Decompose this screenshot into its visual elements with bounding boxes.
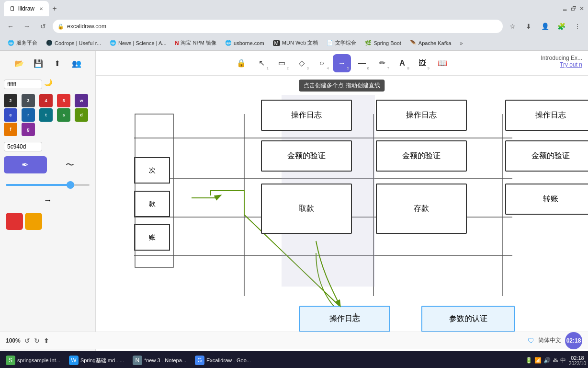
refresh-btn[interactable]: ↺ <box>36 20 50 33</box>
color-swatch-6[interactable]: e <box>4 108 17 122</box>
profile-btn[interactable]: 👤 <box>538 20 552 33</box>
col1-action-box: 取款 <box>261 184 352 234</box>
col2-action-label: 存款 <box>414 204 429 214</box>
stroke-color-input[interactable] <box>4 142 42 151</box>
color-swatch-4[interactable]: 5 <box>57 94 70 107</box>
primary-color-btn[interactable] <box>6 213 23 230</box>
undo-btn[interactable]: ↺ <box>24 337 30 345</box>
save-file-btn[interactable]: 💾 <box>30 55 47 72</box>
select-tool-btn[interactable]: ↖ 1 <box>252 54 271 72</box>
extensions-btn[interactable]: 🧩 <box>554 20 568 33</box>
bookmark-npm[interactable]: N 淘宝 NPM 镜像 <box>171 38 221 48</box>
taskbar-spring-md[interactable]: W Spring基础.md - ... <box>65 352 128 368</box>
shield-icon: 🛡 <box>528 337 534 345</box>
battery-icon: 🔋 <box>525 357 532 364</box>
bookmark-codrops-icon: 🌑 <box>46 40 53 46</box>
pencil-tool-btn[interactable]: ✏ 7 <box>373 54 391 72</box>
forward-btn[interactable]: → <box>20 20 34 33</box>
image-icon: 🖼 <box>418 59 426 68</box>
url-bar[interactable]: 🔒 excalidraw.com <box>53 20 503 33</box>
volume-icon: 🔊 <box>543 357 551 364</box>
taskbar-right: 🔋 📶 🔊 🖧 中 02:18 2022/10 <box>525 355 586 366</box>
collab-btn[interactable]: 👥 <box>68 55 85 72</box>
text-tool-btn[interactable]: A 8 <box>393 54 411 72</box>
color-swatch-8[interactable]: t <box>39 108 53 122</box>
color-swatch-9[interactable]: s <box>57 108 70 122</box>
col1-log-label: 操作日志 <box>291 110 322 120</box>
col3-action-label: 转账 <box>543 194 558 204</box>
color-swatch-5[interactable]: w <box>75 94 88 107</box>
ime-icon: 中 <box>560 356 566 365</box>
bookmark-news[interactable]: 🌐 News | Science | A... <box>106 38 170 47</box>
secondary-color-btn[interactable] <box>25 213 42 230</box>
sys-icons: 🔋 📶 🔊 🖧 中 <box>525 356 566 365</box>
bookmark-kafka[interactable]: 🪶 Apache Kafka <box>406 38 455 47</box>
bookmark-wenxue[interactable]: 📄 文学综合 <box>323 38 360 48</box>
bookmark-mdn[interactable]: M MDN Web 文档 <box>269 38 322 48</box>
col1-verify-box: 金额的验证 <box>261 140 352 172</box>
clock-time: 02:18 <box>569 355 586 361</box>
wavy-draw-btn[interactable]: 〜 <box>49 156 92 173</box>
back-btn[interactable]: ← <box>4 20 17 33</box>
bookmarks-bar: 🌐 服务平台 🌑 Codrops | Useful r... 🌐 News | … <box>0 35 588 51</box>
rect-tool-btn[interactable]: ▭ 2 <box>272 54 291 72</box>
new-tab-btn[interactable]: + <box>49 3 60 14</box>
taskbar-excalidraw[interactable]: G Excalidraw - Goo... <box>191 352 255 368</box>
sidebar-top-tools: 📂 💾 ⬆ 👥 <box>2 55 93 72</box>
tab-bar: 🗒 ilidraw ✕ + <box>4 0 60 17</box>
bookmark-springboot[interactable]: 🌿 Spring Boot <box>361 38 405 47</box>
circle-tool-btn[interactable]: ○ 4 <box>313 54 331 72</box>
color-swatch-2[interactable]: 3 <box>22 94 35 107</box>
clock: 02:18 2022/10 <box>569 355 586 366</box>
color-swatch-10[interactable]: d <box>75 108 88 122</box>
bottom-verify-label: 参数的认证 <box>449 314 487 324</box>
bookmark-usborne[interactable]: 🌐 usborne.com <box>221 38 268 47</box>
partial-label-2: 款 <box>149 200 156 208</box>
open-file-btn[interactable]: 📂 <box>11 55 28 72</box>
try-link[interactable]: Try out n <box>541 61 582 68</box>
library-tool-btn[interactable]: 📖 <box>433 54 452 72</box>
redo-btn[interactable]: ↻ <box>34 337 40 345</box>
pen-draw-btn[interactable]: ✒ <box>4 156 47 173</box>
notepad-icon: N <box>133 356 142 365</box>
color-swatch-11[interactable]: f <box>4 123 17 136</box>
export-btn[interactable]: ⬆ <box>49 55 66 72</box>
app-container: 📂 💾 ⬆ 👥 🌙 2 3 4 5 w e r t s d f g <box>0 51 588 351</box>
opacity-slider[interactable] <box>6 184 90 186</box>
taskbar-spring-intellij[interactable]: S springsample Int... <box>2 352 64 368</box>
color-swatch-3[interactable]: 4 <box>39 94 53 107</box>
canvas-content[interactable]: 点击创建多个点 拖动创建直线 <box>96 76 588 351</box>
col2-log-box: 操作日志 <box>376 100 467 131</box>
image-tool-btn[interactable]: 🖼 9 <box>413 54 431 72</box>
lock-tool-btn[interactable]: 🔒 <box>232 54 250 72</box>
diamond-icon: ◇ <box>299 58 305 68</box>
bg-color-input[interactable] <box>4 80 42 89</box>
active-tab[interactable]: 🗒 ilidraw ✕ <box>4 1 49 16</box>
export-status-btn[interactable]: ⬆ <box>44 337 49 345</box>
lock-icon: 🔒 <box>57 23 64 30</box>
arrow-icon: → <box>338 59 346 68</box>
bookmark-btn[interactable]: ☆ <box>506 20 519 33</box>
bookmark-services[interactable]: 🌐 服务平台 <box>4 38 41 48</box>
color-swatch-12[interactable]: g <box>22 123 35 136</box>
download-btn[interactable]: ⬇ <box>522 20 535 33</box>
bookmark-kafka-icon: 🪶 <box>410 40 417 46</box>
menu-btn[interactable]: ⋮ <box>571 20 584 33</box>
color-swatch-7[interactable]: r <box>22 108 35 122</box>
bookmark-more[interactable]: » <box>456 39 466 47</box>
taskbar-excalidraw-label: Excalidraw - Goo... <box>206 357 251 363</box>
taskbar-notepad[interactable]: N *new 3 - Notepa... <box>129 352 190 368</box>
dark-mode-btn[interactable]: 🌙 <box>44 79 56 90</box>
tab-close-btn[interactable]: ✕ <box>39 6 43 12</box>
lang-selector[interactable]: 简体中文 <box>538 336 561 345</box>
arrow-direction-btn[interactable]: → <box>39 194 57 207</box>
diamond-tool-btn[interactable]: ◇ 3 <box>293 54 311 72</box>
status-right: 🛡 简体中文 02:18 <box>528 332 582 349</box>
draw-tools: ✒ 〜 <box>2 154 93 175</box>
line-tool-btn[interactable]: — 6 <box>353 54 371 72</box>
bookmark-springboot-icon: 🌿 <box>365 40 372 46</box>
bookmark-codrops[interactable]: 🌑 Codrops | Useful r... <box>42 38 105 47</box>
color-swatch-1[interactable]: 2 <box>4 94 17 107</box>
arrow-tool-btn[interactable]: → 5 <box>333 54 351 72</box>
bookmark-news-icon: 🌐 <box>110 40 116 46</box>
